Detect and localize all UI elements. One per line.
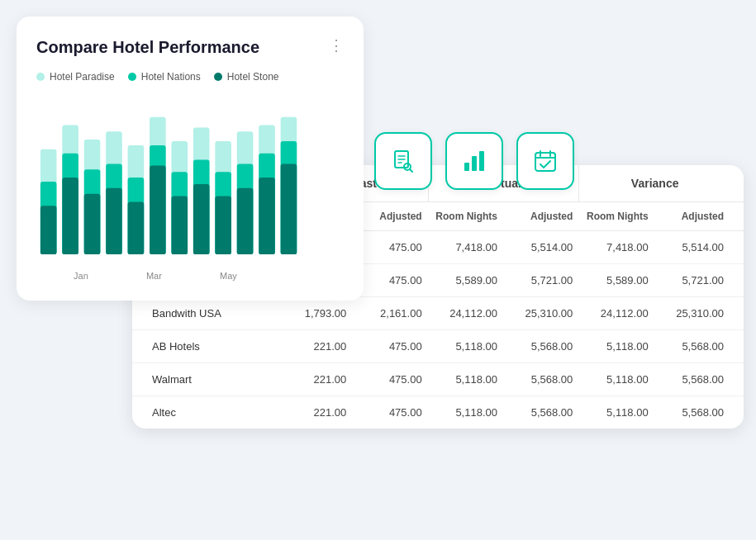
svg-rect-45 (535, 153, 555, 171)
cell-v-adj: 5,568.00 (655, 330, 730, 362)
cell-v-adj: 5,721.00 (655, 264, 730, 296)
cell-v-adj: 5,568.00 (655, 396, 730, 429)
chart-title: Compare Hotel Performance (36, 36, 259, 58)
legend-item-paradise: Hotel Paradise (36, 71, 115, 83)
cell-a-adj: 25,310.00 (504, 297, 579, 329)
col-forecast-adj: Adjusted (353, 202, 428, 230)
svg-rect-20 (171, 197, 188, 254)
cell-a-rn: 7,418.00 (429, 231, 504, 263)
cell-v-rn: 5,589.00 (579, 264, 654, 296)
svg-rect-11 (106, 188, 122, 254)
bar-chart-svg (36, 99, 344, 264)
col-actual-adj: Adjusted (504, 202, 579, 230)
svg-rect-43 (472, 156, 477, 171)
svg-rect-42 (464, 163, 469, 171)
cell-f-adj: 475.00 (353, 363, 428, 396)
calendar-icon-box[interactable] (516, 132, 574, 190)
calendar-check-icon (532, 148, 559, 174)
legend-label-stone: Hotel Stone (227, 71, 279, 83)
cell-account: Bandwith USA (145, 297, 278, 329)
cell-a-adj: 5,721.00 (504, 264, 579, 296)
more-options-icon[interactable]: ⋮ (329, 36, 344, 54)
legend-item-stone: Hotel Stone (214, 71, 279, 83)
col-variance-adj: Adjusted (655, 202, 730, 230)
bar-chart-icon (461, 148, 487, 174)
svg-rect-5 (62, 178, 78, 254)
cell-f-rn: 221.00 (278, 330, 353, 362)
svg-rect-32 (259, 178, 275, 254)
legend-dot-nations (128, 73, 136, 81)
svg-rect-8 (84, 194, 101, 254)
cell-a-adj: 5,568.00 (504, 363, 579, 396)
cell-account: AB Hotels (145, 330, 278, 362)
chart-area (36, 99, 344, 264)
cell-v-rn: 24,112.00 (579, 297, 654, 329)
chart-label-may: May (220, 271, 237, 281)
table-row: Walmart 221.00 475.00 5,118.00 5,568.00 … (132, 363, 744, 396)
svg-rect-26 (215, 197, 231, 254)
svg-rect-29 (237, 188, 254, 254)
table-row: AB Hotels 221.00 475.00 5,118.00 5,568.0… (132, 330, 744, 363)
section-variance: Variance (579, 165, 730, 201)
svg-rect-23 (193, 184, 210, 254)
cell-a-rn: 24,112.00 (429, 297, 504, 329)
cell-a-adj: 5,568.00 (504, 330, 579, 362)
table-row: Bandwith USA 1,793.00 2,161.00 24,112.00… (132, 297, 744, 330)
cell-a-adj: 5,514.00 (504, 231, 579, 263)
cell-f-rn: 221.00 (278, 396, 353, 429)
legend-dot-stone (214, 73, 222, 81)
report-icon-box[interactable] (374, 132, 432, 190)
cell-v-adj: 5,514.00 (655, 231, 730, 263)
svg-rect-17 (150, 165, 166, 254)
chart-header: Compare Hotel Performance ⋮ (36, 36, 344, 58)
cell-a-adj: 5,568.00 (504, 396, 579, 429)
cell-v-adj: 25,310.00 (655, 297, 730, 329)
chart-icon-box[interactable] (445, 132, 503, 190)
legend-item-nations: Hotel Nations (128, 71, 201, 83)
cell-a-rn: 5,118.00 (429, 330, 504, 362)
report-search-icon (390, 148, 416, 174)
cell-f-rn: 221.00 (278, 363, 353, 396)
cell-f-adj: 475.00 (353, 330, 428, 362)
cell-v-rn: 7,418.00 (579, 231, 654, 263)
cell-f-rn: 1,793.00 (278, 297, 353, 329)
cell-v-rn: 5,118.00 (579, 396, 654, 429)
svg-rect-14 (128, 201, 145, 254)
chart-legend: Hotel Paradise Hotel Nations Hotel Stone (36, 71, 344, 83)
legend-label-nations: Hotel Nations (141, 71, 201, 83)
cell-a-rn: 5,589.00 (429, 264, 504, 296)
cell-a-rn: 5,118.00 (429, 363, 504, 396)
col-actual-rn: Room Nights (429, 202, 504, 230)
cell-a-rn: 5,118.00 (429, 396, 504, 429)
cell-v-adj: 5,568.00 (655, 363, 730, 396)
col-variance-rn: Room Nights (579, 202, 654, 230)
cell-account: Altec (145, 396, 278, 429)
legend-dot-paradise (36, 73, 45, 81)
chart-labels: Jan Mar May Jul (36, 271, 344, 281)
cell-f-adj: 475.00 (353, 396, 428, 429)
svg-rect-35 (281, 163, 297, 254)
main-container: Compare Hotel Performance ⋮ Hotel Paradi… (0, 0, 756, 540)
cell-account: Walmart (145, 363, 278, 396)
svg-line-41 (410, 169, 412, 172)
cell-f-adj: 475.00 (353, 264, 428, 296)
cell-f-adj: 475.00 (353, 231, 428, 263)
chart-card: Compare Hotel Performance ⋮ Hotel Paradi… (17, 17, 364, 301)
chart-label-mar: Mar (146, 271, 162, 281)
chart-label-jan: Jan (74, 271, 88, 281)
svg-rect-2 (40, 206, 57, 254)
cell-v-rn: 5,118.00 (579, 330, 654, 362)
cell-f-adj: 2,161.00 (353, 297, 428, 329)
svg-rect-44 (479, 151, 484, 171)
table-row: Altec 221.00 475.00 5,118.00 5,568.00 5,… (132, 396, 744, 429)
icons-row (374, 132, 574, 190)
legend-label-paradise: Hotel Paradise (50, 71, 115, 83)
cell-v-rn: 5,118.00 (579, 363, 654, 396)
